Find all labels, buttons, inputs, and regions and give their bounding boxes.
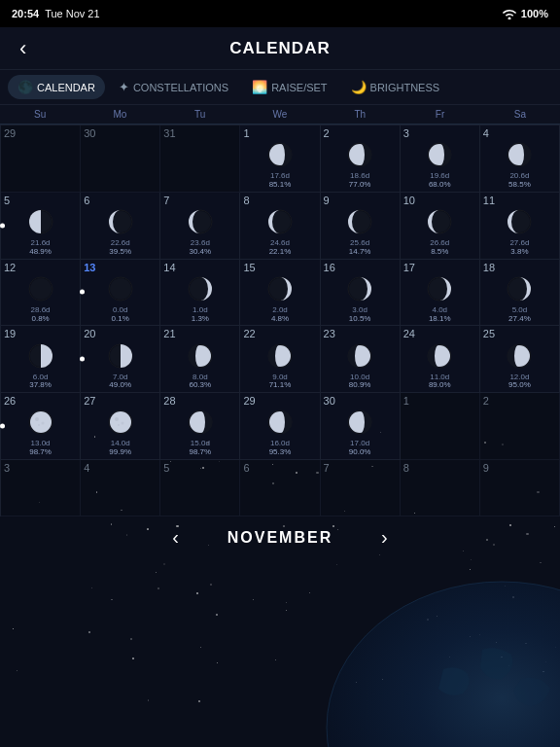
tab-label-raiseset: RAISE/SET [271, 82, 327, 93]
cal-cell-other[interactable]: 4 [81, 460, 160, 516]
cal-cell-other[interactable]: 9 [480, 460, 560, 516]
cal-cell-13[interactable]: 130.0d0.1% [81, 260, 160, 327]
moon-brightness: 95.0% [508, 381, 531, 390]
moon-brightness: 80.9% [349, 381, 371, 390]
day-number: 1 [403, 395, 409, 408]
moon-image [426, 275, 453, 306]
moon-brightness: 3.8% [510, 248, 528, 257]
day-number: 14 [163, 262, 175, 274]
moon-phase-icon [506, 275, 533, 302]
calendar-icon: 🌑 [18, 80, 33, 94]
cal-cell-9[interactable]: 925.6d14.7% [321, 193, 401, 260]
moon-brightness: 71.1% [269, 381, 292, 390]
tab-calendar[interactable]: 🌑CALENDAR [8, 75, 105, 99]
cal-cell-27[interactable]: 2714.0d99.9% [81, 393, 160, 460]
day-number: 5 [4, 195, 10, 207]
tab-raiseset[interactable]: 🌅RAISE/SET [242, 75, 336, 99]
day-number: 4 [483, 127, 489, 140]
cal-cell-5[interactable]: 521.6d48.9% [1, 193, 81, 260]
next-month-button[interactable]: › [368, 520, 402, 554]
raiseset-icon: 🌅 [252, 80, 267, 94]
moon-phase-icon [266, 409, 294, 436]
moon-phase-icon [346, 208, 373, 235]
cal-cell-26[interactable]: 2613.0d98.7% [1, 393, 81, 460]
day-number: 21 [163, 328, 175, 340]
day-number: 2 [324, 127, 330, 140]
cal-cell-15[interactable]: 152.0d4.8% [240, 260, 320, 327]
moon-brightness: 58.5% [508, 181, 531, 190]
cal-cell-4[interactable]: 420.6d58.5% [480, 125, 560, 193]
cal-cell-10[interactable]: 1026.6d8.5% [401, 193, 480, 260]
cal-cell-23[interactable]: 2310.0d80.9% [321, 326, 401, 393]
cal-cell-3[interactable]: 319.6d68.0% [401, 125, 480, 193]
phase-indicator-dot [80, 357, 85, 362]
moon-brightness: 39.5% [109, 248, 131, 257]
moon-phase-icon [187, 409, 214, 436]
day-number: 31 [163, 127, 175, 140]
status-date: Tue Nov 21 [45, 8, 99, 19]
day-number: 17 [403, 262, 415, 274]
cal-cell-14[interactable]: 141.0d1.3% [160, 260, 240, 327]
cal-cell-other[interactable]: 2 [480, 393, 560, 460]
cal-cell-12[interactable]: 1228.6d0.8% [1, 260, 81, 327]
day-number: 29 [243, 395, 255, 408]
back-button[interactable]: ‹ [12, 32, 34, 65]
moon-brightness: 99.9% [109, 448, 131, 457]
cal-cell-30[interactable]: 3017.0d90.0% [321, 393, 401, 460]
cal-cell-24[interactable]: 2411.0d89.0% [401, 326, 480, 393]
cal-cell-18[interactable]: 185.0d27.4% [480, 260, 560, 327]
day-number: 1 [243, 127, 249, 140]
day-number: 12 [4, 262, 16, 274]
cal-cell-other[interactable]: 1 [401, 393, 480, 460]
cal-cell-11[interactable]: 1127.6d3.8% [480, 193, 560, 260]
svg-point-54 [38, 424, 40, 426]
prev-month-button[interactable]: ‹ [158, 520, 192, 554]
moon-image [346, 141, 373, 172]
moon-image [107, 342, 134, 374]
cal-cell-7[interactable]: 723.6d30.4% [160, 193, 240, 260]
cal-cell-6[interactable]: 622.6d39.5% [81, 193, 160, 260]
moon-image [107, 275, 134, 306]
day-number: 15 [243, 262, 255, 274]
cal-cell-25[interactable]: 2512.0d95.0% [480, 326, 560, 393]
moon-image [187, 342, 214, 374]
svg-point-59 [118, 424, 120, 426]
moon-phase-icon [27, 208, 54, 235]
cal-cell-21[interactable]: 218.0d60.3% [160, 326, 240, 393]
moon-brightness: 0.8% [31, 315, 49, 324]
cal-cell-22[interactable]: 229.0d71.1% [240, 326, 320, 393]
cal-cell-16[interactable]: 163.0d10.5% [321, 260, 401, 327]
moon-brightness: 90.0% [349, 448, 371, 457]
cal-cell-2[interactable]: 218.6d77.0% [321, 125, 401, 193]
cal-cell-1[interactable]: 117.6d85.1% [240, 125, 320, 193]
cal-cell-19[interactable]: 196.0d37.8% [1, 326, 81, 393]
cal-cell-17[interactable]: 174.0d18.1% [401, 260, 480, 327]
moon-brightness: 48.9% [29, 248, 52, 257]
moon-brightness: 98.7% [29, 448, 52, 457]
month-label: NOVEMBER [212, 529, 348, 547]
cal-cell-20[interactable]: 207.0d49.0% [81, 326, 160, 393]
cal-cell-other[interactable]: 6 [240, 460, 320, 516]
cal-cell-other[interactable]: 30 [81, 125, 160, 193]
tab-brightness[interactable]: 🌙BRIGHTNESS [341, 75, 450, 99]
cal-cell-other[interactable]: 29 [1, 125, 81, 193]
moon-brightness: 95.3% [269, 448, 292, 457]
cal-cell-other[interactable]: 8 [401, 460, 480, 516]
day-number: 20 [84, 328, 95, 340]
cal-cell-other[interactable]: 31 [160, 125, 240, 193]
cal-cell-8[interactable]: 824.6d22.1% [240, 193, 320, 260]
moon-phase-icon [27, 342, 54, 370]
day-number: 3 [403, 127, 409, 140]
svg-point-68 [327, 582, 560, 747]
tab-constellations[interactable]: ✦CONSTELLATIONS [109, 75, 238, 99]
cal-cell-other[interactable]: 3 [1, 460, 81, 516]
day-number: 13 [84, 262, 95, 274]
day-number: 9 [483, 462, 489, 475]
day-number: 23 [324, 328, 335, 340]
moon-image [506, 275, 533, 306]
cal-cell-28[interactable]: 2815.0d98.7% [160, 393, 240, 460]
cal-cell-29[interactable]: 2916.0d95.3% [240, 393, 320, 460]
cal-cell-other[interactable]: 7 [321, 460, 401, 516]
moon-image [107, 409, 134, 440]
cal-cell-other[interactable]: 5 [160, 460, 240, 516]
